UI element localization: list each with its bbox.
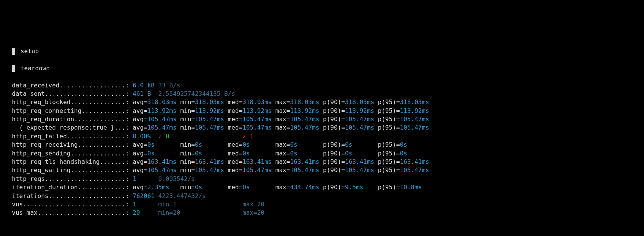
metric-name: http_req_receiving	[12, 141, 78, 148]
metric-name: http_req_duration	[12, 116, 74, 123]
terminal-output: setup teardown data_received............…	[5, 39, 639, 236]
cursor-icon	[12, 48, 15, 55]
metric-rate: 0.005542/s	[158, 175, 195, 182]
metric-value: 1	[133, 201, 136, 208]
metric-value: 461 B	[133, 90, 151, 97]
metric-name: http_req_tls_handshaking	[12, 158, 100, 165]
metric-value: 6.0 kB	[133, 82, 155, 89]
metric-name: http_req_blocked	[12, 98, 70, 106]
metric-rate: 4223.447432/s	[158, 192, 206, 200]
status-line: running (3m00.4s), 00/20 VUs, 762061 com…	[5, 235, 275, 236]
metric-name: http_req_sending	[12, 150, 70, 157]
metric-name: http_req_failed	[12, 133, 67, 140]
metric-value: 20	[133, 209, 140, 216]
metric-name: data_sent	[12, 90, 45, 97]
metric-name: iteration_duration	[12, 184, 78, 191]
cross-icon: ✗	[242, 133, 246, 140]
check-icon: ✓	[158, 133, 162, 140]
metric-rate: 2.554925742344135 B/s	[158, 90, 235, 97]
cursor-icon	[12, 65, 15, 72]
metric-name: http_reqs	[12, 175, 45, 182]
metric-value: 0.00%	[133, 133, 151, 140]
metric-name: http_req_waiting	[12, 166, 70, 174]
metric-name: data_received	[12, 82, 59, 89]
metric-name: vus_max	[12, 209, 37, 216]
metric-name: { expected_response:true }	[19, 124, 114, 131]
metric-value: 762061	[133, 192, 155, 200]
section-setup: setup	[21, 48, 39, 55]
metric-value: 1	[133, 175, 136, 182]
metric-name: vus	[12, 201, 23, 208]
metric-name: iterations	[12, 192, 48, 200]
metric-name: http_req_connecting	[12, 107, 81, 114]
section-teardown: teardown	[21, 65, 50, 72]
metric-rate: 33 B/s	[158, 82, 180, 89]
